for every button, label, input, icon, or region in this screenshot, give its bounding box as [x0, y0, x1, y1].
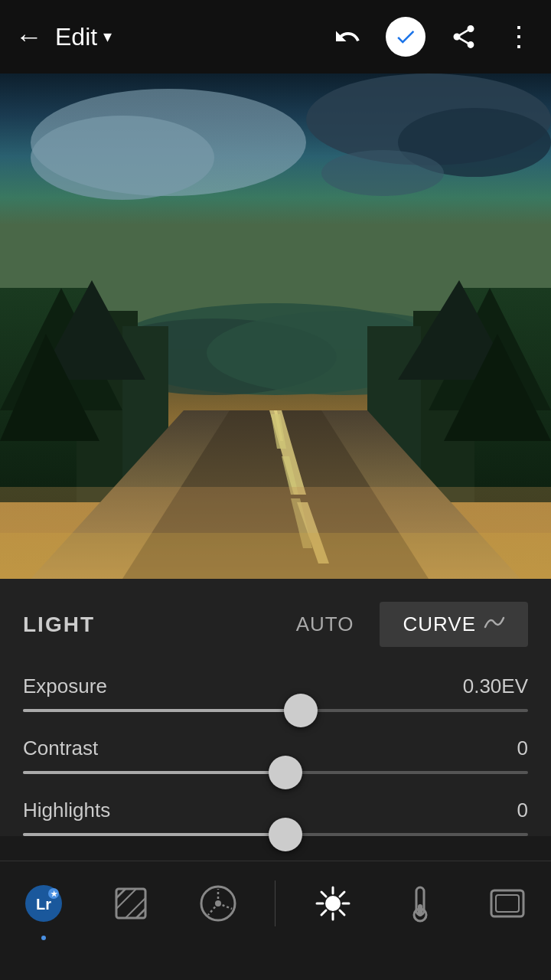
color-icon — [399, 883, 441, 924]
edit-dropdown-arrow: ▾ — [103, 27, 112, 47]
undo-icon — [334, 23, 361, 51]
svg-rect-51 — [496, 895, 519, 912]
svg-point-5 — [321, 150, 444, 196]
contrast-thumb[interactable] — [269, 756, 302, 789]
nav-item-vignette[interactable] — [477, 873, 538, 934]
nav-divider — [275, 880, 276, 926]
highlights-label-row: Highlights 0 — [23, 799, 528, 822]
presets-icon: Lr ★ — [23, 883, 64, 924]
edit-title-label: Edit — [55, 23, 97, 51]
checkmark-icon — [394, 25, 417, 48]
top-bar-right: ⋮ — [331, 17, 536, 57]
svg-line-43 — [321, 892, 326, 897]
vignette-icon — [487, 883, 528, 924]
exposure-thumb[interactable] — [284, 694, 318, 727]
highlights-value: 0 — [517, 799, 528, 822]
nav-item-light[interactable] — [302, 873, 364, 934]
svg-text:Lr: Lr — [36, 896, 51, 913]
header-buttons: AUTO CURVE — [273, 602, 528, 647]
curve-button[interactable]: CURVE — [380, 602, 528, 647]
highlights-thumb[interactable] — [269, 818, 302, 851]
svg-rect-30 — [0, 533, 551, 579]
nav-item-presets[interactable]: Lr ★ — [13, 873, 74, 934]
svg-text:★: ★ — [51, 890, 58, 898]
photo-scene-svg — [0, 74, 551, 579]
bottom-panel: LIGHT AUTO CURVE Exposure 0.30EV Co — [0, 579, 551, 836]
contrast-label-row: Contrast 0 — [23, 737, 528, 760]
photo-canvas — [0, 74, 551, 579]
svg-line-45 — [340, 892, 344, 897]
undo-button[interactable] — [331, 20, 364, 54]
curve-icon — [484, 615, 505, 635]
exposure-slider-group: Exposure 0.30EV — [23, 675, 528, 712]
contrast-slider-group: Contrast 0 — [23, 737, 528, 774]
share-icon — [450, 23, 478, 51]
light-icon — [312, 883, 354, 924]
highlights-track[interactable] — [23, 833, 528, 836]
share-button[interactable] — [447, 20, 481, 54]
curve-label: CURVE — [403, 612, 476, 636]
exposure-label-row: Exposure 0.30EV — [23, 675, 528, 698]
top-bar-left: ← Edit ▾ — [15, 23, 331, 51]
nav-item-mix[interactable] — [187, 873, 249, 934]
more-button[interactable]: ⋮ — [502, 20, 536, 54]
auto-button[interactable]: AUTO — [273, 602, 377, 647]
contrast-track[interactable] — [23, 771, 528, 774]
highlights-label: Highlights — [23, 799, 110, 822]
exposure-value: 0.30EV — [463, 675, 528, 698]
contrast-value: 0 — [517, 737, 528, 760]
svg-point-2 — [31, 116, 214, 200]
svg-rect-48 — [418, 904, 422, 916]
contrast-fill — [23, 771, 285, 774]
nav-item-color[interactable] — [390, 873, 451, 934]
svg-line-44 — [340, 910, 344, 915]
svg-point-37 — [215, 900, 221, 906]
section-header: LIGHT AUTO CURVE — [23, 602, 528, 647]
top-bar: ← Edit ▾ ⋮ — [0, 0, 551, 74]
nav-item-transform[interactable] — [100, 873, 161, 934]
section-title: LIGHT — [23, 612, 95, 637]
exposure-label: Exposure — [23, 675, 107, 698]
transform-icon — [110, 883, 152, 924]
mix-icon — [197, 883, 239, 924]
svg-point-38 — [325, 896, 341, 911]
bottom-nav: Lr ★ — [0, 861, 551, 945]
highlights-fill — [23, 833, 285, 836]
confirm-button[interactable] — [386, 17, 425, 57]
edit-menu[interactable]: Edit ▾ — [55, 23, 112, 51]
back-button[interactable]: ← — [15, 23, 43, 51]
highlights-slider-group: Highlights 0 — [23, 799, 528, 836]
svg-line-46 — [321, 910, 326, 915]
contrast-label: Contrast — [23, 737, 98, 760]
exposure-track[interactable] — [23, 709, 528, 712]
more-icon: ⋮ — [505, 23, 533, 51]
exposure-fill — [23, 709, 301, 712]
